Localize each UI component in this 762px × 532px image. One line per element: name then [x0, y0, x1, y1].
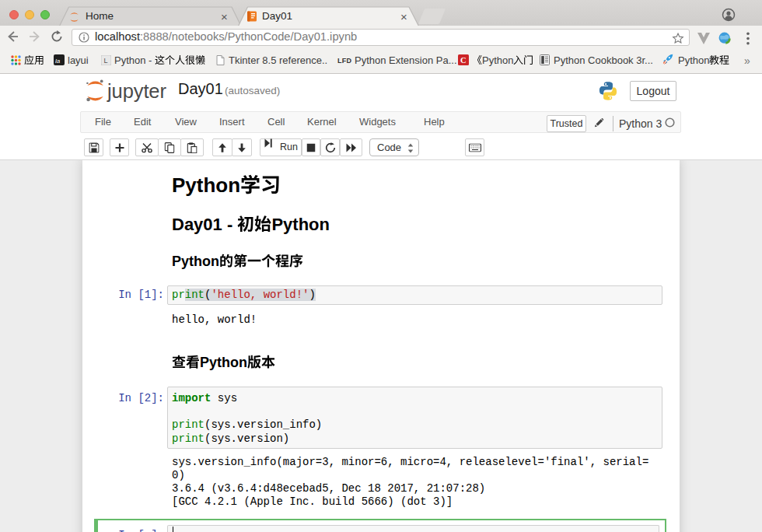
svg-text:la: la: [55, 58, 61, 65]
svg-text:jupyter: jupyter: [107, 80, 166, 102]
svg-text:L: L: [104, 57, 108, 65]
svg-text:C: C: [460, 56, 467, 65]
